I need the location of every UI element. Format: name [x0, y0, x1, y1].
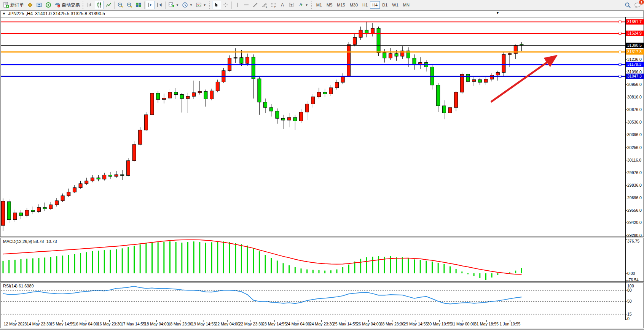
cursor-icon [214, 2, 220, 8]
chevron-down-icon: ▼ [190, 3, 193, 7]
svg-text:18 May 04:00: 18 May 04:00 [145, 322, 169, 326]
text-label-icon: T [289, 2, 295, 8]
new-order-button[interactable]: 新订单 [2, 1, 26, 9]
vertical-line-button[interactable] [233, 1, 242, 9]
navigator-button[interactable] [44, 1, 53, 9]
toolbar-separator [114, 2, 115, 9]
svg-text:29836.0: 29836.0 [627, 183, 642, 187]
trendline-button[interactable] [251, 1, 260, 9]
svg-text:31178.3: 31178.3 [627, 62, 641, 67]
svg-text:30 May 10:55: 30 May 10:55 [427, 322, 451, 326]
text-label-button[interactable]: T [287, 1, 296, 9]
arrows-dropdown[interactable]: ▼ [296, 1, 310, 9]
svg-text:A: A [281, 2, 284, 8]
indicators-dropdown[interactable]: ▼ [194, 1, 208, 9]
zoom-in-icon [117, 2, 123, 8]
chart-ohlc-values: 31401.0 31425.5 31325.8 31390.5 [35, 11, 105, 16]
timeframe-m30[interactable]: M30 [348, 1, 360, 9]
svg-text:15: 15 [627, 312, 632, 316]
notifications-button[interactable]: 1 [633, 1, 642, 9]
svg-text:12 May 2023: 12 May 2023 [4, 322, 27, 326]
svg-text:80: 80 [627, 288, 632, 292]
svg-text:29 May 14:55: 29 May 14:55 [404, 322, 428, 326]
fibonacci-button[interactable]: F [269, 1, 278, 9]
search-icon [625, 2, 631, 8]
zoom-out-icon [126, 2, 132, 8]
svg-text:23 May 14:55: 23 May 14:55 [262, 322, 287, 326]
svg-text:15 May 14:55: 15 May 14:55 [50, 322, 75, 326]
horizontal-line-icon [243, 2, 249, 8]
zoom-in-button[interactable] [116, 1, 125, 9]
chevron-down-icon: ▼ [305, 3, 308, 7]
indicators-icon [196, 2, 202, 8]
arrows-icon [298, 2, 304, 8]
data-window-icon [36, 2, 42, 8]
timeframe-w1[interactable]: W1 [390, 1, 401, 9]
collapse-triangle-icon[interactable]: ▼ [2, 12, 6, 16]
price-chart-canvas[interactable]: 31236.031096.030956.030816.030676.030536… [0, 0, 644, 330]
horizontal-line-button[interactable] [242, 1, 251, 9]
timeframe-m15[interactable]: M15 [335, 1, 347, 9]
svg-text:31390.5: 31390.5 [627, 43, 642, 48]
data-window-button[interactable] [35, 1, 44, 9]
chart-menu-arrow-icon[interactable]: ▼ [496, 11, 499, 15]
auto-scroll-button[interactable] [146, 1, 155, 9]
chart-shift-button[interactable] [155, 1, 164, 9]
svg-text:31651.7: 31651.7 [627, 19, 642, 24]
periods-dropdown[interactable]: ▼ [180, 1, 194, 9]
tile-windows-button[interactable] [134, 1, 143, 9]
svg-text:28 May 23:30: 28 May 23:30 [380, 322, 405, 326]
text-button[interactable]: A [278, 1, 287, 9]
crosshair-button[interactable] [221, 1, 230, 9]
timeframe-h4[interactable]: H4 [370, 1, 380, 9]
timeframe-h1[interactable]: H1 [360, 1, 370, 9]
chevron-down-icon: ▼ [203, 3, 206, 7]
trendline-icon [252, 2, 258, 8]
svg-text:0.00: 0.00 [627, 271, 635, 276]
macd-indicator-label: MACD(12,26,9) 58.78 -10.73 [3, 239, 57, 244]
candlestick-chart-button[interactable] [95, 1, 104, 9]
channel-icon: E [261, 2, 268, 8]
svg-text:31236.0: 31236.0 [627, 57, 642, 62]
svg-text:30396.0: 30396.0 [627, 132, 642, 137]
auto-trading-label: 自动交易 [62, 2, 80, 8]
auto-trading-button[interactable]: 自动交易 [53, 1, 81, 9]
toolbar-separator [165, 2, 166, 9]
svg-text:17 May 14:55: 17 May 14:55 [121, 322, 145, 326]
svg-text:29280.0: 29280.0 [627, 233, 642, 238]
line-chart-icon [105, 2, 112, 8]
new-chart-icon [168, 2, 174, 8]
cursor-button[interactable] [212, 1, 221, 9]
market-watch-button[interactable] [26, 1, 35, 9]
timeframe-d1[interactable]: D1 [380, 1, 390, 9]
toolbar-separator [144, 2, 145, 9]
svg-text:29420.0: 29420.0 [627, 220, 642, 225]
timeframe-m1[interactable]: M1 [314, 1, 324, 9]
chevron-down-icon: ▼ [176, 3, 179, 7]
svg-text:31096.0: 31096.0 [627, 70, 642, 74]
svg-text:30116.0: 30116.0 [627, 158, 641, 162]
line-chart-button[interactable] [104, 1, 113, 9]
svg-text:31 May 00:00: 31 May 00:00 [451, 322, 475, 326]
search-button[interactable] [623, 1, 633, 9]
svg-text:22 May 23:30: 22 May 23:30 [239, 322, 263, 326]
svg-text:0: 0 [627, 316, 630, 321]
svg-text:29696.0: 29696.0 [627, 195, 642, 200]
timeframe-m5[interactable]: M5 [324, 1, 335, 9]
svg-text:30536.0: 30536.0 [627, 120, 642, 124]
toolbar-grip [83, 2, 84, 9]
timeframe-mn[interactable]: MN [401, 1, 412, 9]
chart-title-bar[interactable]: ▼ JPN225-,H4 31401.0 31425.5 31325.8 313… [2, 11, 105, 16]
svg-text:29976.0: 29976.0 [627, 170, 642, 175]
svg-text:24 May 04:00: 24 May 04:00 [286, 322, 310, 326]
svg-text:24 May 23:30: 24 May 23:30 [309, 322, 334, 326]
bar-chart-button[interactable] [86, 1, 95, 9]
svg-text:1 Jun 10:55: 1 Jun 10:55 [500, 322, 521, 326]
equidistant-channel-button[interactable]: E [260, 1, 269, 9]
zoom-out-button[interactable] [125, 1, 134, 9]
svg-text:376.75: 376.75 [627, 239, 639, 243]
new-order-icon [3, 2, 9, 8]
new-chart-dropdown[interactable]: ▼ [167, 1, 180, 9]
svg-text:31524.9: 31524.9 [627, 31, 642, 35]
svg-text:25 May 14:55: 25 May 14:55 [333, 322, 357, 326]
